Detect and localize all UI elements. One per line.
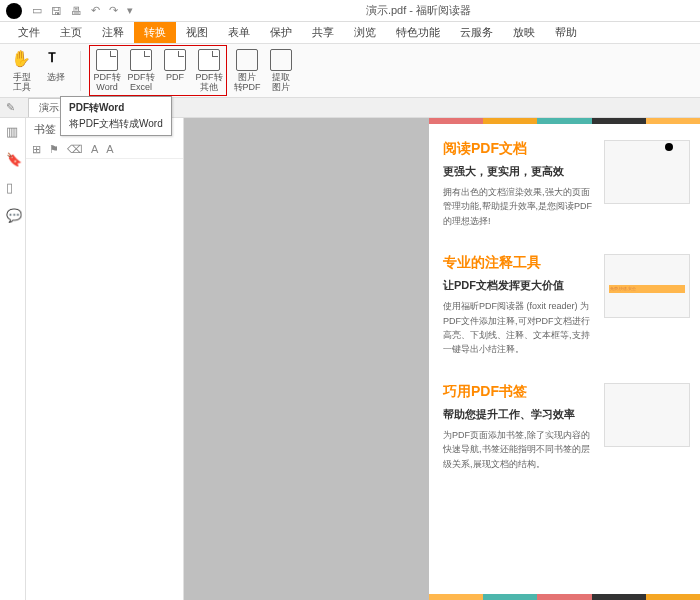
section-bookmarks: 巧用PDF书签 帮助您提升工作、学习效率 为PDF页面添加书签,除了实现内容的快…	[443, 383, 690, 471]
bm-a-icon[interactable]: A	[91, 143, 98, 156]
decorative-stripe-top	[429, 118, 700, 124]
tab-help[interactable]: 帮助	[545, 22, 587, 43]
tab-file[interactable]: 文件	[8, 22, 50, 43]
tooltip: PDF转Word 将PDF文档转成Word	[60, 96, 172, 136]
pdf-doc-icon	[164, 49, 186, 71]
tab-home[interactable]: 主页	[50, 22, 92, 43]
decorative-stripe-bottom	[429, 594, 700, 600]
extract-icon	[270, 49, 292, 71]
pdf-to-word-button[interactable]: PDF转Word	[91, 47, 123, 95]
pencil-icon[interactable]: ✎	[6, 101, 15, 114]
tab-comment[interactable]: 注释	[92, 22, 134, 43]
bm-add-icon[interactable]: ⊞	[32, 143, 41, 156]
qat-open-icon[interactable]: ▭	[32, 4, 42, 17]
tab-features[interactable]: 特色功能	[386, 22, 450, 43]
side-panel: ▥ 🔖 ▯ 💬	[0, 118, 26, 600]
pdf-to-other-button[interactable]: PDF转其他	[193, 47, 225, 95]
tab-cloud[interactable]: 云服务	[450, 22, 503, 43]
app-logo	[6, 3, 22, 19]
other-doc-icon	[198, 49, 220, 71]
section-annotate: 专业的注释工具 让PDF文档发挥更大价值 使用福昕PDF阅读器 (foxit r…	[443, 254, 690, 357]
excel-doc-icon	[130, 49, 152, 71]
section-heading: 专业的注释工具	[443, 254, 596, 272]
section-thumbnail	[604, 140, 690, 204]
grey-margin	[184, 118, 429, 600]
bm-a2-icon[interactable]: A	[106, 143, 113, 156]
bookmarks-panel: 书签 ⊞ ⚑ ⌫ A A	[26, 118, 184, 600]
hand-tool-button[interactable]: 手型工具	[6, 47, 38, 95]
ribbon: 手型工具 选择 PDF转Word PDF转Excel PDF PDF转其他 图片…	[0, 44, 700, 98]
menu-bar: 文件 主页 注释 转换 视图 表单 保护 共享 浏览 特色功能 云服务 放映 帮…	[0, 22, 700, 44]
section-subheading: 帮助您提升工作、学习效率	[443, 407, 596, 422]
qat-redo-icon[interactable]: ↷	[109, 4, 118, 17]
convert-group-highlighted: PDF转Word PDF转Excel PDF PDF转其他	[89, 45, 227, 97]
window-title: 演示.pdf - 福昕阅读器	[143, 3, 694, 18]
word-doc-icon	[96, 49, 118, 71]
tab-share[interactable]: 共享	[302, 22, 344, 43]
tab-protect[interactable]: 保护	[260, 22, 302, 43]
bm-del-icon[interactable]: ⌫	[67, 143, 83, 156]
section-body: 为PDF页面添加书签,除了实现内容的快速导航,书签还能指明不同书签的层级关系,展…	[443, 428, 596, 471]
tab-slideshow[interactable]: 放映	[503, 22, 545, 43]
pdf-page: 阅读PDF文档 更强大，更实用，更高效 拥有出色的文档渲染效果,强大的页面管理功…	[429, 118, 700, 600]
qat-undo-icon[interactable]: ↶	[91, 4, 100, 17]
qat-more-icon[interactable]: ▾	[127, 4, 133, 17]
tab-view[interactable]: 视图	[176, 22, 218, 43]
tab-form[interactable]: 表单	[218, 22, 260, 43]
hand-icon	[11, 49, 33, 71]
image-icon	[236, 49, 258, 71]
bookmarks-icon[interactable]: 🔖	[6, 152, 20, 166]
layers-icon[interactable]: ▯	[6, 180, 20, 194]
section-heading: 巧用PDF书签	[443, 383, 596, 401]
tab-convert[interactable]: 转换	[134, 22, 176, 43]
section-thumbnail	[604, 383, 690, 447]
qat-save-icon[interactable]: 🖫	[51, 5, 62, 17]
pdf-button[interactable]: PDF	[159, 47, 191, 95]
tab-browse[interactable]: 浏览	[344, 22, 386, 43]
section-thumbnail: 免费,快速,安全	[604, 254, 690, 318]
section-read: 阅读PDF文档 更强大，更实用，更高效 拥有出色的文档渲染效果,强大的页面管理功…	[443, 140, 690, 228]
comments-icon[interactable]: 💬	[6, 208, 20, 222]
title-bar: ▭ 🖫 🖶 ↶ ↷ ▾ 演示.pdf - 福昕阅读器	[0, 0, 700, 22]
document-area: 阅读PDF文档 更强大，更实用，更高效 拥有出色的文档渲染效果,强大的页面管理功…	[184, 118, 700, 600]
qat-print-icon[interactable]: 🖶	[71, 5, 82, 17]
tooltip-title: PDF转Word	[69, 101, 163, 115]
section-body: 拥有出色的文档渲染效果,强大的页面管理功能,帮助提升效率,是您阅读PDF的理想选…	[443, 185, 596, 228]
workspace: ▥ 🔖 ▯ 💬 书签 ⊞ ⚑ ⌫ A A 阅读PDF文档 更强大，更实用，更高效…	[0, 118, 700, 600]
separator	[80, 51, 81, 91]
bookmarks-toolbar: ⊞ ⚑ ⌫ A A	[26, 141, 183, 159]
section-heading: 阅读PDF文档	[443, 140, 596, 158]
tooltip-desc: 将PDF文档转成Word	[69, 117, 163, 131]
section-body: 使用福昕PDF阅读器 (foxit reader) 为PDF文件添加注释,可对P…	[443, 299, 596, 357]
section-subheading: 更强大，更实用，更高效	[443, 164, 596, 179]
pdf-to-excel-button[interactable]: PDF转Excel	[125, 47, 157, 95]
extract-image-button[interactable]: 提取图片	[265, 47, 297, 95]
image-to-pdf-button[interactable]: 图片转PDF	[231, 47, 263, 95]
select-tool-button[interactable]: 选择	[40, 47, 72, 95]
select-icon	[45, 49, 67, 71]
bm-flag-icon[interactable]: ⚑	[49, 143, 59, 156]
thumbnails-icon[interactable]: ▥	[6, 124, 20, 138]
quick-access-toolbar: ▭ 🖫 🖶 ↶ ↷ ▾	[32, 4, 133, 17]
section-subheading: 让PDF文档发挥更大价值	[443, 278, 596, 293]
